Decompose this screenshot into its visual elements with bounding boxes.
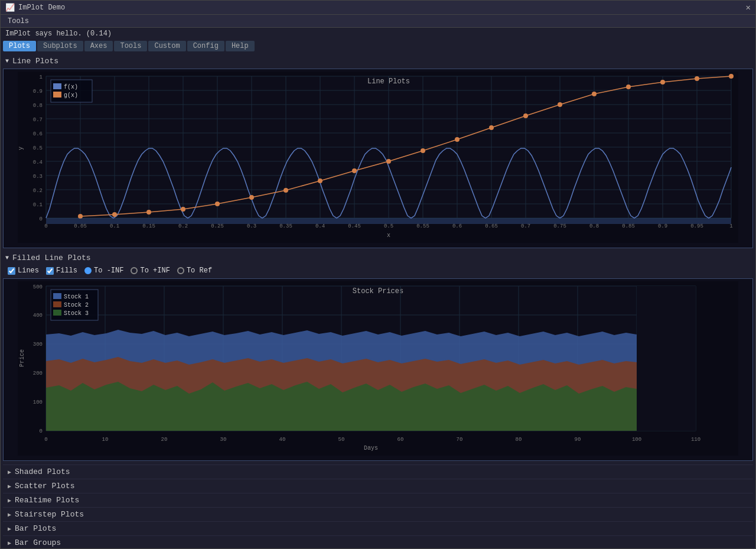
svg-text:20: 20 [161,437,168,443]
svg-text:0.3: 0.3 [247,223,256,229]
svg-text:0.95: 0.95 [690,223,703,229]
svg-text:0: 0 [44,437,47,443]
close-button[interactable]: ✕ [746,2,751,12]
tab-axes[interactable]: Axes [84,41,113,51]
section-scatter-plots[interactable]: ▶ Scatter Plots [3,479,753,493]
title-bar: 📈 ImPlot Demo ✕ [1,1,755,15]
svg-text:f(x): f(x) [64,84,78,90]
fills-checkbox-label[interactable]: Fills [46,267,77,275]
svg-text:0.9: 0.9 [658,223,667,229]
section-filled-header[interactable]: ▼ Filled Line Plots [3,252,753,264]
menu-bar: Tools [1,15,755,28]
section-bar-plots[interactable]: ▶ Bar Plots [3,521,753,535]
svg-text:0: 0 [40,216,43,222]
svg-text:0.6: 0.6 [33,131,43,137]
svg-text:90: 90 [575,437,581,443]
svg-rect-145 [53,310,61,316]
bar-plots-label: Bar Plots [15,524,56,533]
tab-custom[interactable]: Custom [148,41,185,51]
svg-text:500: 500 [33,284,43,290]
triangle-bar-groups: ▶ [8,540,11,547]
svg-text:70: 70 [457,437,463,443]
svg-text:Stock 2: Stock 2 [64,302,89,308]
svg-text:0: 0 [40,428,43,434]
svg-text:0.7: 0.7 [521,223,530,229]
bar-groups-label: Bar Groups [15,538,61,547]
section-bar-groups[interactable]: ▶ Bar Groups [3,535,753,548]
svg-text:0.9: 0.9 [33,89,43,95]
svg-text:100: 100 [632,437,641,443]
svg-text:Stock 1: Stock 1 [64,294,89,300]
svg-text:Stock 3: Stock 3 [64,310,89,317]
radio-to-pos-inf[interactable]: To +INF [131,267,170,275]
scatter-plots-label: Scatter Plots [15,482,74,490]
svg-text:110: 110 [691,437,700,443]
tab-plots[interactable]: Plots [3,41,36,51]
svg-text:y: y [18,147,24,150]
radio-to-neg-inf[interactable]: To -INF [84,267,123,275]
lines-checkbox[interactable] [8,267,15,275]
svg-text:0.75: 0.75 [553,223,566,229]
svg-rect-90 [53,83,61,89]
stairstep-plots-label: Stairstep Plots [15,510,84,519]
window-title: ImPlot Demo [18,4,65,12]
line-plot-svg: 0 0.1 0.2 0.3 0.4 0.5 0.6 0.7 0.8 0.9 1 … [6,72,750,243]
fills-label: Fills [56,267,77,275]
lines-checkbox-label[interactable]: Lines [8,267,39,275]
svg-text:0.6: 0.6 [452,223,462,229]
svg-text:Line Plots: Line Plots [367,77,410,86]
triangle-stairstep: ▶ [8,511,11,518]
section-realtime-plots[interactable]: ▶ Realtime Plots [3,493,753,507]
svg-text:Price: Price [19,349,25,367]
tab-config[interactable]: Config [187,41,224,51]
svg-text:80: 80 [516,437,522,443]
realtime-plots-label: Realtime Plots [15,496,79,505]
line-plots-container: 0 0.1 0.2 0.3 0.4 0.5 0.6 0.7 0.8 0.9 1 … [3,69,753,248]
section-stairstep-plots[interactable]: ▶ Stairstep Plots [3,507,753,521]
svg-text:10: 10 [102,437,109,443]
svg-text:0.2: 0.2 [33,188,43,194]
svg-text:x: x [387,232,390,239]
section-line-plots-label: Line Plots [12,57,58,66]
svg-text:0.65: 0.65 [485,223,498,229]
triangle-bar-plots: ▶ [8,525,11,532]
svg-text:Days: Days [364,445,378,451]
lines-label: Lines [18,267,39,275]
fills-checkbox[interactable] [46,267,54,275]
svg-text:0.85: 0.85 [622,223,635,229]
svg-text:40: 40 [279,437,286,443]
shaded-plots-label: Shaded Plots [15,467,70,476]
menu-tools[interactable]: Tools [3,17,34,26]
radio-to-ref[interactable]: To Ref [177,267,212,275]
section-shaded-plots[interactable]: ▶ Shaded Plots [3,464,753,479]
radio-pos-inf-label: To +INF [140,267,170,275]
svg-text:Stock Prices: Stock Prices [353,287,403,295]
svg-text:50: 50 [338,437,345,443]
stock-plot-svg: Stock Prices [6,281,750,456]
svg-text:0.7: 0.7 [33,117,43,123]
svg-text:0.1: 0.1 [33,202,43,208]
svg-text:0.35: 0.35 [279,223,292,229]
svg-rect-141 [53,293,61,299]
tab-subplots[interactable]: Subplots [37,41,83,51]
hello-text: ImPlot says hello. (0.14) [1,28,755,40]
section-line-plots-header[interactable]: ▼ Line Plots [3,55,753,67]
radio-ref-label: To Ref [187,267,212,275]
triangle-shaded: ▶ [8,469,11,476]
svg-rect-94 [46,218,731,224]
svg-text:0.45: 0.45 [348,223,361,229]
svg-text:0.5: 0.5 [33,145,43,151]
tab-help[interactable]: Help [226,41,255,51]
svg-text:30: 30 [220,437,227,443]
section-filled-line-plots: ▼ Filled Line Plots Lines Fills To -INF [3,252,753,461]
tab-tools[interactable]: Tools [114,41,147,51]
svg-text:0.15: 0.15 [142,223,155,229]
collapse-triangle-filled: ▼ [5,255,9,261]
svg-text:0.4: 0.4 [315,223,325,229]
title-icon: 📈 [5,3,15,12]
svg-text:0.1: 0.1 [110,223,119,229]
tab-bar: Plots Subplots Axes Tools Custom Config … [1,40,755,53]
svg-text:100: 100 [33,399,43,405]
radio-pos-inf-dot [131,267,138,274]
filled-line-controls: Lines Fills To -INF To +INF To Ref [3,264,753,277]
